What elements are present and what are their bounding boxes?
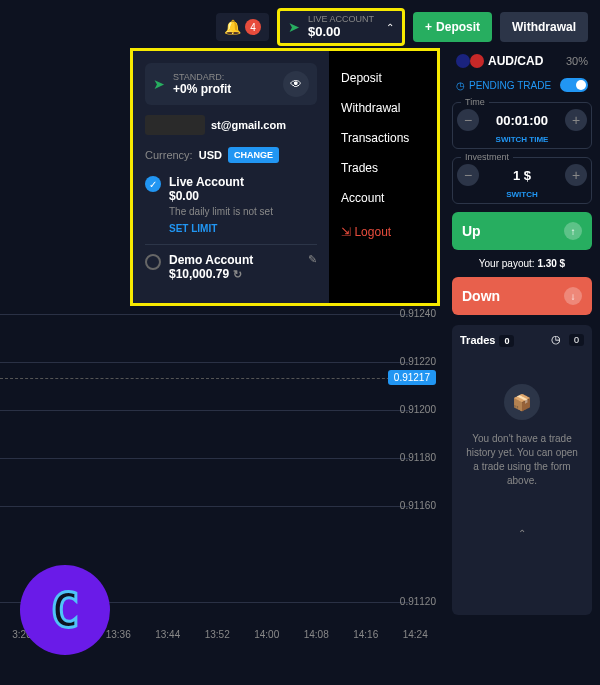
divider: [145, 244, 317, 245]
history-tab[interactable]: ◷0: [551, 333, 584, 346]
flag-au-icon: [456, 54, 470, 68]
account-dropdown: ➤ STANDARD: +0% profit 👁 st@gmail.com Cu…: [130, 48, 440, 306]
logo: C: [20, 565, 110, 655]
currency-label: Currency:: [145, 149, 193, 161]
radio-checked-icon: [145, 176, 161, 192]
gridline: [0, 458, 410, 459]
notification-count: 4: [245, 19, 261, 35]
demo-account-balance: $10,000.79↻: [169, 267, 253, 281]
refresh-icon[interactable]: ↻: [233, 268, 242, 280]
bell-icon: 🔔: [224, 19, 241, 35]
standard-badge[interactable]: ➤ STANDARD: +0% profit 👁: [145, 63, 317, 105]
trade-sidebar: AUD/CAD 30% ◷PENDING TRADE Time − 00:01:…: [452, 48, 592, 615]
time-plus-button[interactable]: +: [565, 109, 587, 131]
investment-value: 1 $: [513, 168, 531, 183]
standard-label: STANDARD:: [173, 72, 231, 82]
pending-trade-label: ◷PENDING TRADE: [456, 80, 551, 91]
panel-chevron-up-icon[interactable]: ⌃: [460, 528, 584, 539]
limit-note: The daily limit is not set: [169, 206, 273, 217]
time-label: Time: [461, 97, 489, 107]
visibility-toggle[interactable]: 👁: [283, 71, 309, 97]
current-price-badge: 0.91217: [388, 370, 436, 385]
menu-account[interactable]: Account: [337, 183, 429, 213]
gridline: [0, 410, 410, 411]
price-tick: 0.91220: [400, 356, 436, 367]
menu-trades[interactable]: Trades: [337, 153, 429, 183]
time-tick: 14:00: [254, 629, 279, 640]
empty-text: You don't have a trade history yet. You …: [460, 432, 584, 488]
investment-minus-button[interactable]: −: [457, 164, 479, 186]
price-tick: 0.91240: [400, 308, 436, 319]
pair-name: AUD/CAD: [488, 54, 543, 68]
demo-account-label: Demo Account: [169, 253, 253, 267]
price-tick: 0.91160: [400, 500, 436, 511]
empty-state: 📦 You don't have a trade history yet. Yo…: [460, 384, 584, 488]
deposit-button[interactable]: +Deposit: [413, 12, 492, 42]
pair-percent: 30%: [566, 55, 588, 67]
time-minus-button[interactable]: −: [457, 109, 479, 131]
pair-flags: [456, 54, 484, 68]
email-redacted: [145, 115, 205, 135]
profit-text: +0% profit: [173, 82, 231, 96]
logo-letter: C: [51, 582, 80, 638]
arrow-up-icon: ↑: [564, 222, 582, 240]
demo-account-option[interactable]: Demo Account $10,000.79↻ ✎: [145, 253, 317, 281]
plus-icon: +: [425, 20, 432, 34]
pending-trade-row: ◷PENDING TRADE: [452, 74, 592, 96]
eye-icon: 👁: [290, 77, 302, 91]
time-tick: 14:16: [353, 629, 378, 640]
investment-plus-button[interactable]: +: [565, 164, 587, 186]
currency-value: USD: [199, 149, 222, 161]
paper-plane-icon: ➤: [288, 19, 300, 35]
switch-link[interactable]: SWITCH: [457, 190, 587, 199]
investment-label: Investment: [461, 152, 513, 162]
time-field: Time − 00:01:00 + SWITCH TIME: [452, 102, 592, 149]
time-tick: 13:44: [155, 629, 180, 640]
investment-field: Investment − 1 $ + SWITCH: [452, 157, 592, 204]
edit-icon[interactable]: ✎: [308, 253, 317, 266]
paper-plane-icon: ➤: [153, 76, 165, 92]
email-suffix: st@gmail.com: [211, 119, 286, 131]
email-row: st@gmail.com: [145, 115, 317, 135]
topbar: 🔔 4 ➤ LIVE ACCOUNT $0.00 ⌃ +Deposit With…: [0, 0, 600, 54]
change-currency-button[interactable]: CHANGE: [228, 147, 279, 163]
menu-transactions[interactable]: Transactions: [337, 123, 429, 153]
time-tick: 13:36: [106, 629, 131, 640]
price-tick: 0.91200: [400, 404, 436, 415]
radio-unchecked-icon: [145, 254, 161, 270]
gridline: [0, 314, 410, 315]
trades-panel: Trades0 ◷0 📦 You don't have a trade hist…: [452, 325, 592, 615]
current-price-line: [0, 378, 410, 379]
gridline: [0, 506, 410, 507]
pending-toggle[interactable]: [560, 78, 588, 92]
switch-time-link[interactable]: SWITCH TIME: [457, 135, 587, 144]
gridline: [0, 362, 410, 363]
up-button[interactable]: Up↑: [452, 212, 592, 250]
currency-row: Currency: USD CHANGE: [145, 147, 317, 163]
logout-link[interactable]: ⇲ Logout: [337, 213, 429, 251]
live-account-balance: $0.00: [169, 189, 273, 203]
payout-text: Your payout: 1.30 $: [452, 258, 592, 269]
notifications-button[interactable]: 🔔 4: [216, 13, 269, 41]
live-account-option[interactable]: Live Account $0.00 The daily limit is no…: [145, 175, 317, 234]
dropdown-left-panel: ➤ STANDARD: +0% profit 👁 st@gmail.com Cu…: [133, 51, 329, 303]
pair-row[interactable]: AUD/CAD 30%: [452, 48, 592, 74]
time-tick: 14:08: [304, 629, 329, 640]
menu-withdrawal[interactable]: Withdrawal: [337, 93, 429, 123]
trades-header: Trades0 ◷0: [460, 333, 584, 354]
account-type-label: LIVE ACCOUNT: [308, 15, 374, 24]
menu-deposit[interactable]: Deposit: [337, 63, 429, 93]
set-limit-link[interactable]: SET LIMIT: [169, 223, 273, 234]
time-tick: 14:24: [403, 629, 428, 640]
down-button[interactable]: Down↓: [452, 277, 592, 315]
trades-tab[interactable]: Trades0: [460, 334, 514, 346]
account-selector[interactable]: ➤ LIVE ACCOUNT $0.00 ⌃: [277, 8, 405, 46]
box-icon: 📦: [504, 384, 540, 420]
clock-icon: ◷: [551, 333, 561, 346]
arrow-down-icon: ↓: [564, 287, 582, 305]
withdrawal-button[interactable]: Withdrawal: [500, 12, 588, 42]
price-tick: 0.91180: [400, 452, 436, 463]
flag-ca-icon: [470, 54, 484, 68]
price-tick: 0.91120: [400, 596, 436, 607]
time-tick: 13:52: [205, 629, 230, 640]
